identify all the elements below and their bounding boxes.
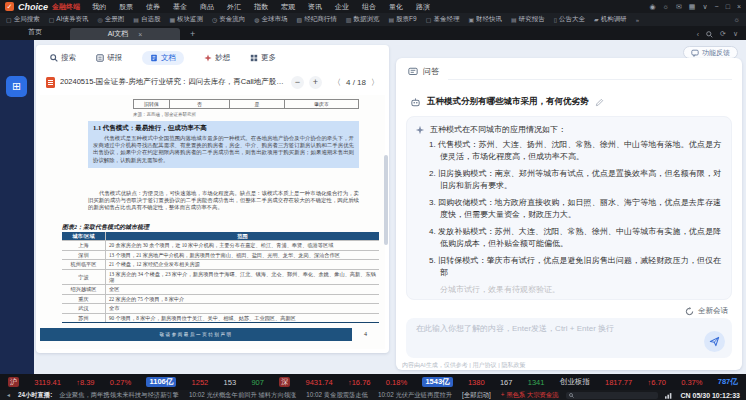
toolbar-item-label: 自选股 bbox=[141, 15, 161, 24]
sz-down-count: 1341 bbox=[528, 378, 545, 387]
ticker-item[interactable]: 10:02 光伏概念午前回升 辅料方向领涨 bbox=[189, 391, 296, 400]
refresh-icon[interactable]: ⟳ bbox=[720, 30, 726, 38]
toolbar-item[interactable]: ▯ 公告大全 bbox=[554, 15, 585, 24]
qa-header-label: 问答 bbox=[423, 66, 439, 77]
ticker-item[interactable]: 10:02 光伏产业链再度拉升 bbox=[378, 391, 452, 400]
add-document-button[interactable]: ⊞ bbox=[6, 76, 27, 97]
menu-item[interactable]: 组合 bbox=[362, 2, 376, 12]
report-icon bbox=[96, 54, 104, 62]
toolbar-item[interactable]: ▰ 机构调研 bbox=[594, 15, 627, 24]
toolbar-item[interactable]: ▧ 经纪商行情 bbox=[297, 15, 337, 24]
apps-grid-icon[interactable]: ▦ bbox=[689, 2, 696, 12]
toolbar-item[interactable]: ▤ 股票F9 bbox=[388, 15, 416, 24]
highlighted-section: 1.1 代售模式：最易推行，但成功率不高 代售模式是五种模式中全国范围内落地城市… bbox=[88, 121, 359, 168]
qa-panel: 问答 五种模式分别有哪些城市采用，有何优劣势 五种模式在不同城市的应用情况如下：… bbox=[396, 58, 742, 370]
menu-item[interactable]: 量化 bbox=[389, 2, 403, 12]
chevron-down-icon[interactable]: ∨ bbox=[733, 30, 738, 38]
chevron-down-icon[interactable]: ∨ bbox=[702, 2, 707, 12]
menu-item[interactable]: 企业 bbox=[335, 2, 349, 12]
window-controls: ◉ ☼ ✉ ▦ ∨ − □ × bbox=[649, 2, 741, 12]
toolbar-item[interactable]: ▢ 基金经理 bbox=[426, 15, 460, 24]
cyb-index-change: ↑6.70 bbox=[647, 378, 665, 387]
question-text: 五种模式分别有哪些城市采用，有何优劣势 bbox=[427, 96, 589, 107]
ticker-item[interactable]: 10:02 黄金股震荡走低 bbox=[306, 391, 368, 400]
tab-search[interactable]: 搜索 bbox=[50, 53, 76, 63]
tab-document[interactable]: 文档 bbox=[142, 51, 184, 65]
tab-label: AI文档 bbox=[108, 29, 129, 39]
toolbar-item[interactable]: ▤ 自选股 bbox=[133, 15, 160, 24]
menu-item[interactable]: 外汇 bbox=[227, 2, 241, 12]
toolbar-item[interactable]: ▦ 板块监测 bbox=[169, 15, 203, 24]
new-tab-button[interactable]: + bbox=[190, 29, 195, 40]
toolbar-item-label: 资金流向 bbox=[219, 15, 245, 24]
ticker-mode[interactable]: [全部启动] bbox=[462, 391, 491, 400]
toolbar-item[interactable]: ◷ 资金流向 bbox=[212, 15, 245, 24]
tab-more[interactable]: 更多 bbox=[250, 53, 276, 63]
ai-disclaimer: 内容由AI生成，仅供参考 | 用户协议 | 隐私政策 bbox=[402, 361, 525, 370]
prev-page-button[interactable]: 〈 bbox=[333, 77, 341, 88]
toolbar-item[interactable]: ▢ 全局搜索 bbox=[6, 15, 40, 24]
back-icon[interactable]: ‹ bbox=[697, 31, 699, 38]
menu-item[interactable]: 宏观 bbox=[281, 2, 295, 12]
toolbar-item[interactable]: ▢ AI债券资讯 bbox=[49, 15, 89, 24]
menu-item[interactable]: 路演 bbox=[416, 2, 430, 12]
minimize-button[interactable]: − bbox=[715, 2, 719, 12]
market-index-bar[interactable]: 沪 3119.41 ↑8.39 0.27% 1106亿 1252 153 907… bbox=[0, 374, 746, 390]
cyb-index-volume: 787亿 bbox=[718, 377, 738, 387]
feedback-icon bbox=[691, 49, 699, 57]
tab-document-label: 文档 bbox=[161, 53, 176, 63]
toolbar-item[interactable]: ◎ 全景图 bbox=[98, 15, 125, 24]
toolbar-item-label: 板块监测 bbox=[177, 15, 203, 24]
ticker-item[interactable]: 企业聚焦，两年携领未来科技与经济新引擎 bbox=[59, 391, 179, 400]
tab-home[interactable]: 首页 bbox=[0, 27, 70, 40]
user-icon[interactable]: ◉ bbox=[649, 2, 655, 12]
menu-item[interactable]: 资讯 bbox=[308, 2, 322, 12]
toolbar-gear-icon[interactable]: ☼ bbox=[734, 16, 740, 23]
gear-icon[interactable]: ☼ bbox=[663, 2, 669, 12]
chat-input[interactable] bbox=[416, 324, 692, 333]
toolbar-item[interactable]: ▤ 研究报告 bbox=[511, 15, 545, 24]
cyb-index-value: 1817.77 bbox=[605, 378, 632, 387]
tab-ai-document[interactable]: AI文档 × bbox=[70, 28, 180, 40]
cyb-index-name: 创业板指 bbox=[560, 377, 590, 387]
table-row: 苏州 90 个项目，8 家中介，新房项目位于吴江、吴中、相城、姑苏、工业园区、高… bbox=[62, 313, 379, 322]
search-icon[interactable] bbox=[706, 31, 713, 38]
next-page-button[interactable]: 〉 bbox=[371, 77, 379, 88]
toolbar-item-icon: ▢ bbox=[6, 16, 12, 23]
table-row: 武汉 全市 bbox=[62, 303, 379, 312]
toolbar-overflow-icon[interactable]: » bbox=[636, 17, 639, 23]
tab-bar: 首页 AI文档 × + ‹ ⟳ ∨ bbox=[0, 26, 746, 40]
mail-icon[interactable]: ✉ bbox=[676, 2, 682, 12]
menu-item[interactable]: 基金 bbox=[173, 2, 187, 12]
maximize-button[interactable]: □ bbox=[726, 2, 730, 12]
scope-cell: 13 家房企的 34 个楼盘，23 家中介，新房项目位于海曙、江北、镇海、北仑、… bbox=[106, 270, 379, 285]
city-cell: 上海 bbox=[62, 241, 106, 249]
tab-magic[interactable]: 妙想 bbox=[204, 53, 230, 63]
close-button[interactable]: × bbox=[737, 2, 741, 12]
tab-close-icon[interactable]: × bbox=[138, 31, 142, 38]
menu-item[interactable]: 指数 bbox=[254, 2, 268, 12]
toolbar-item-label: 研究报告 bbox=[519, 15, 545, 24]
toolbar-item[interactable]: ▣ 财经快讯 bbox=[468, 15, 502, 24]
zoom-in-button[interactable]: + bbox=[309, 76, 322, 89]
tab-report[interactable]: 研报 bbox=[96, 53, 122, 63]
quick-toolbar: ▢ 全局搜索 ▢ AI债券资讯 ◎ 全景图 ▤ 自选股 bbox=[0, 13, 746, 26]
toolbar-item[interactable]: ◍ 全球市场 bbox=[254, 15, 287, 24]
menu-item[interactable]: 我的 bbox=[92, 2, 106, 12]
new-session-button[interactable]: 全新会话 bbox=[685, 306, 728, 316]
pdf-page[interactable]: 旧转保 否 是 肇庆市 来源：克而瑞，国金证券研究所 1.1 代售模式：最易推行… bbox=[40, 95, 385, 349]
zoom-out-button[interactable]: − bbox=[291, 76, 304, 89]
toolbar-item[interactable]: ▥ 数据浏览 bbox=[346, 15, 380, 24]
document-title[interactable]: 20240515-国金证券-房地产行业研究：四问去库存，再Call地产股底... bbox=[60, 77, 286, 87]
document-scrollbar[interactable] bbox=[384, 155, 388, 245]
quick-search-box[interactable] bbox=[566, 392, 658, 399]
menu-item[interactable]: 股票 bbox=[119, 2, 133, 12]
ticker-hot-topic[interactable]: + 黑色系 大宗资金流出 bbox=[501, 391, 560, 400]
toolbar-item-icon: ▯ bbox=[554, 16, 557, 23]
toolbar-item-label: 财经快讯 bbox=[476, 15, 502, 24]
menu-item[interactable]: 债券 bbox=[146, 2, 160, 12]
send-button[interactable] bbox=[704, 331, 725, 352]
edit-icon[interactable] bbox=[595, 98, 604, 107]
ticker-items[interactable]: 企业聚焦，两年携领未来科技与经济新引擎 10:02 光伏概念午前回升 辅料方向领… bbox=[59, 391, 559, 400]
menu-item[interactable]: 商品 bbox=[200, 2, 214, 12]
